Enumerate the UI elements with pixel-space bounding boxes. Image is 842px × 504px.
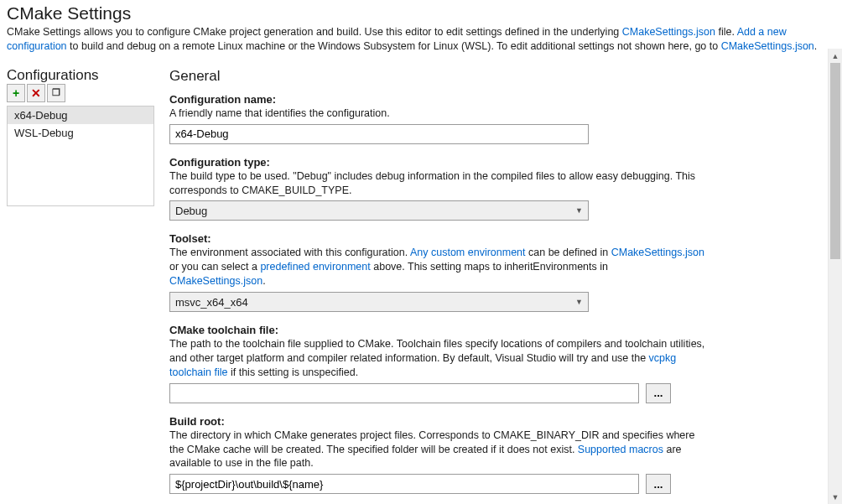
configurations-heading: Configurations <box>7 67 99 84</box>
toolchain-browse-button[interactable]: ... <box>646 383 671 403</box>
duplicate-configuration-button[interactable]: ❐ <box>47 84 65 102</box>
link-cmakesettings-json-toolset-2[interactable]: CMakeSettings.json <box>169 275 262 287</box>
field-configuration-name: Configuration name: A friendly name that… <box>169 93 706 144</box>
configuration-type-value: Debug <box>175 205 207 217</box>
configurations-toolbar: + ✕ ❐ <box>7 84 154 102</box>
link-predefined-environment[interactable]: predefined environment <box>260 261 370 273</box>
scroll-track[interactable] <box>829 63 842 490</box>
configurations-sidebar: Configurations + ✕ ❐ x64-Debug WSL-Debug <box>7 67 154 504</box>
vertical-scrollbar[interactable]: ▲ ▼ <box>828 49 842 504</box>
scroll-thumb[interactable] <box>830 63 840 259</box>
configuration-name-label: Configuration name: <box>169 93 706 106</box>
chevron-down-icon: ▼ <box>575 206 583 215</box>
settings-main: General Configuration name: A friendly n… <box>169 68 815 504</box>
scroll-down-icon[interactable]: ▼ <box>829 490 842 504</box>
page-description: CMake Settings allows you to configure C… <box>7 25 835 54</box>
build-root-browse-button[interactable]: ... <box>646 474 671 494</box>
configuration-item[interactable]: WSL-Debug <box>8 124 153 142</box>
field-toolchain-file: CMake toolchain file: The path to the to… <box>169 324 706 403</box>
field-configuration-type: Configuration type: The build type to be… <box>169 156 706 221</box>
general-section-heading: General <box>169 68 815 85</box>
link-cmakesettings-json[interactable]: CMakeSettings.json <box>622 26 715 38</box>
toolchain-file-label: CMake toolchain file: <box>169 324 706 336</box>
link-supported-macros[interactable]: Supported macros <box>578 444 663 455</box>
page-header: CMake Settings CMake Settings allows you… <box>0 0 842 59</box>
field-toolset: Toolset: The environment associated with… <box>169 232 706 312</box>
add-configuration-button[interactable]: + <box>7 84 25 102</box>
page-title: CMake Settings <box>7 3 835 23</box>
link-any-custom-environment[interactable]: Any custom environment <box>410 247 526 258</box>
link-cmakesettings-json-2[interactable]: CMakeSettings.json <box>721 40 814 52</box>
build-root-desc: The directory in which CMake generates p… <box>169 429 706 471</box>
configuration-type-label: Configuration type: <box>169 156 706 169</box>
field-build-root: Build root: The directory in which CMake… <box>169 415 706 495</box>
build-root-input[interactable] <box>169 474 639 494</box>
configuration-item[interactable]: x64-Debug <box>8 107 153 124</box>
toolchain-file-desc: The path to the toolchain file supplied … <box>169 337 706 380</box>
remove-configuration-button[interactable]: ✕ <box>27 84 45 102</box>
link-cmakesettings-json-toolset[interactable]: CMakeSettings.json <box>611 247 704 258</box>
toolchain-file-input[interactable] <box>169 383 639 403</box>
build-root-label: Build root: <box>169 415 706 428</box>
toolset-label: Toolset: <box>169 232 706 245</box>
configuration-type-desc: The build type to be used. "Debug" inclu… <box>169 169 706 198</box>
toolset-select[interactable]: msvc_x64_x64 ▼ <box>169 292 589 312</box>
configuration-name-input[interactable] <box>169 124 589 144</box>
toolset-value: msvc_x64_x64 <box>175 296 248 309</box>
chevron-down-icon: ▼ <box>575 298 583 306</box>
configuration-name-desc: A friendly name that identifies the conf… <box>169 107 706 121</box>
toolset-desc: The environment associated with this con… <box>169 246 706 288</box>
configuration-type-select[interactable]: Debug ▼ <box>169 200 589 221</box>
configurations-list: x64-Debug WSL-Debug <box>7 106 154 206</box>
scroll-up-icon[interactable]: ▲ <box>829 49 842 63</box>
